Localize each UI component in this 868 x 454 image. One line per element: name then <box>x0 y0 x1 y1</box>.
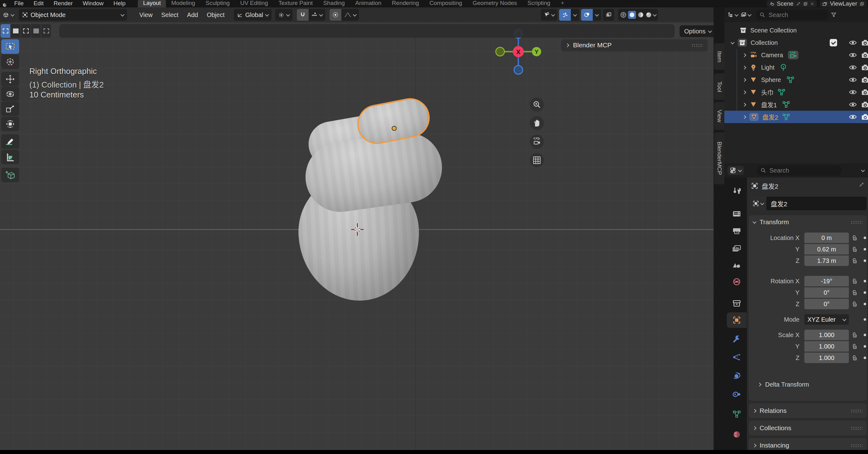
workspace-tab-rendering[interactable]: Rendering <box>387 0 425 7</box>
menu-object[interactable]: Object <box>202 11 229 19</box>
workspace-tab-shading[interactable]: Shading <box>318 0 350 7</box>
menu-window[interactable]: Window <box>78 0 109 7</box>
workspace-tab-texture-paint[interactable]: Texture Paint <box>273 0 318 7</box>
eye-icon[interactable] <box>849 64 857 70</box>
outliner-search[interactable] <box>756 9 829 20</box>
blender-mcp-panel-header[interactable]: Blender MCP <box>562 39 707 51</box>
scale-y-field[interactable]: 1.000 <box>804 341 849 352</box>
tab-output[interactable] <box>727 223 747 239</box>
eye-icon[interactable] <box>849 102 857 108</box>
unlock-icon[interactable] <box>852 355 857 361</box>
expand-icon[interactable] <box>742 103 746 107</box>
select-mode-extend[interactable] <box>11 24 21 38</box>
render-camera-icon[interactable] <box>861 52 868 58</box>
breadcrumb-object-name[interactable]: 盘发2 <box>762 181 778 191</box>
expand-collapse-icon[interactable] <box>731 40 735 44</box>
close-icon[interactable] <box>810 2 814 6</box>
select-mode-subtract[interactable] <box>21 24 31 38</box>
relations-panel[interactable]: Relations <box>749 403 867 418</box>
sidebar-tab-view[interactable]: View <box>714 102 724 130</box>
workspace-tab-compositing[interactable]: Compositing <box>424 0 467 7</box>
mode-dropdown[interactable]: Object Mode <box>19 9 127 21</box>
tool-annotate[interactable] <box>1 134 19 149</box>
zoom-button[interactable] <box>530 97 544 112</box>
animate-dot[interactable] <box>864 318 866 321</box>
eye-icon[interactable] <box>849 77 857 83</box>
menu-file[interactable]: File <box>9 0 29 7</box>
eye-icon[interactable] <box>849 52 857 58</box>
panel-drag-dots[interactable] <box>851 426 862 430</box>
panel-drag-dots[interactable] <box>851 444 862 447</box>
expand-icon[interactable] <box>742 78 746 82</box>
workspace-tab-scripting[interactable]: Scripting <box>522 0 556 7</box>
outliner-filter-dropdown[interactable] <box>740 12 751 18</box>
tool-measure[interactable] <box>1 150 19 164</box>
unlock-icon[interactable] <box>852 290 857 296</box>
object-name-field[interactable]: 盘发2 <box>766 197 867 210</box>
render-camera-icon[interactable] <box>861 113 868 120</box>
location-z-field[interactable]: 1.73 m <box>804 255 849 266</box>
expand-icon[interactable] <box>742 65 746 69</box>
camera-data-icon[interactable] <box>788 51 799 59</box>
shading-wireframe-button[interactable] <box>620 11 627 18</box>
select-mode-invert[interactable] <box>31 24 41 38</box>
render-camera-icon[interactable] <box>861 64 868 71</box>
tool-scale[interactable] <box>1 102 19 116</box>
pivot-point-dropdown[interactable] <box>275 9 292 21</box>
add-workspace-button[interactable]: + <box>555 0 569 7</box>
tab-object-data[interactable] <box>727 406 747 422</box>
panel-drag-dots[interactable] <box>691 44 703 47</box>
overlays-settings-dropdown[interactable] <box>593 9 601 21</box>
render-camera-icon[interactable] <box>861 76 868 83</box>
panel-drag-dots[interactable] <box>851 409 862 412</box>
menu-select[interactable]: Select <box>157 11 183 19</box>
properties-search[interactable] <box>757 165 841 176</box>
object-selector-dropdown[interactable] <box>750 197 766 210</box>
light-data-icon[interactable] <box>780 64 787 71</box>
scale-x-field[interactable]: 1.000 <box>804 330 849 340</box>
tab-constraints[interactable] <box>727 387 747 402</box>
tab-physics[interactable] <box>727 368 747 384</box>
mesh-data-icon[interactable] <box>782 113 790 121</box>
render-camera-icon[interactable] <box>861 39 868 46</box>
tab-collection-props[interactable] <box>727 296 747 311</box>
new-scene-icon[interactable] <box>803 2 808 6</box>
scale-z-field[interactable]: 1.000 <box>804 352 849 363</box>
show-overlays-toggle[interactable] <box>581 9 593 21</box>
sidebar-tab-blendermcp[interactable]: BlenderMCP <box>714 132 724 184</box>
workspace-tab-geometry-nodes[interactable]: Geometry Nodes <box>467 0 522 7</box>
outliner-row-panfa1[interactable]: 盘发1 <box>724 98 868 111</box>
workspace-tab-modeling[interactable]: Modeling <box>166 0 200 7</box>
tool-transform[interactable] <box>1 117 19 131</box>
menu-add[interactable]: Add <box>183 11 203 19</box>
unlock-icon[interactable] <box>852 235 857 241</box>
outliner-row-camera[interactable]: Camera <box>724 49 868 61</box>
tab-particles[interactable] <box>727 349 747 365</box>
3d-viewport[interactable]: Right Orthographic (1) Collection | 盘发2 … <box>0 22 714 450</box>
render-camera-icon[interactable] <box>861 89 868 95</box>
outliner-row-toujin[interactable]: 头巾 <box>724 86 868 98</box>
animate-dot[interactable] <box>864 334 866 336</box>
editor-type-selector[interactable] <box>0 11 17 18</box>
gizmo-z-negative-axis[interactable] <box>514 65 523 74</box>
tab-tool[interactable] <box>727 183 747 199</box>
pin-icon[interactable] <box>796 2 801 6</box>
outliner-row-scene-collection[interactable]: Scene Collection <box>724 24 868 36</box>
toggle-projection-button[interactable] <box>530 153 544 167</box>
snap-toggle[interactable] <box>297 9 309 21</box>
eye-icon[interactable] <box>849 89 857 95</box>
eye-icon[interactable] <box>849 39 857 46</box>
outliner-row-light[interactable]: Light <box>724 61 868 74</box>
snap-settings-dropdown[interactable] <box>309 9 325 21</box>
animate-dot[interactable] <box>864 248 866 251</box>
workspace-tab-sculpting[interactable]: Sculpting <box>200 0 235 7</box>
mesh-data-icon[interactable] <box>782 101 790 108</box>
workspace-tab-uv-editing[interactable]: UV Editing <box>235 0 273 7</box>
expand-icon[interactable] <box>742 53 746 57</box>
expand-icon[interactable] <box>742 115 746 119</box>
menu-edit[interactable]: Edit <box>29 0 49 7</box>
transform-orientation-dropdown[interactable]: Global <box>234 9 272 21</box>
tab-object-properties[interactable] <box>727 312 747 328</box>
delta-transform-subpanel[interactable]: Delta Transform <box>758 379 868 390</box>
tool-move[interactable] <box>1 72 19 86</box>
